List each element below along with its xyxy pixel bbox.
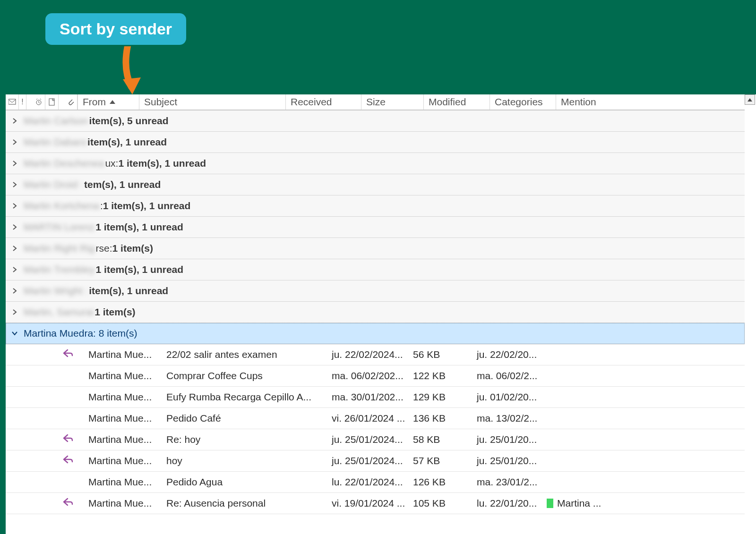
- annotation-text: Sort by sender: [60, 20, 172, 38]
- message-from: Martina Mue...: [88, 455, 166, 466]
- message-size: 129 KB: [413, 391, 477, 403]
- chevron-right-icon: [11, 181, 20, 188]
- message-from: Martina Mue...: [88, 434, 166, 445]
- column-attachment-icon[interactable]: [64, 94, 77, 110]
- email-list-window: ! From Subject Received Size Modified Ca: [6, 94, 756, 534]
- column-header-subject[interactable]: Subject: [139, 94, 285, 110]
- message-modified: ju. 22/02/20...: [477, 349, 547, 360]
- group-row[interactable]: MARTIN Lorenz1 item(s), 1 unread: [6, 217, 745, 238]
- chevron-right-icon: [11, 224, 20, 230]
- group-count: 1 item(s), 1 unread: [103, 200, 191, 212]
- message-modified: ma. 13/02/2...: [477, 413, 547, 424]
- group-sender-blurred: Martin Kortchena: [24, 200, 99, 212]
- annotation-callout: Sort by sender: [45, 13, 186, 45]
- column-header-size[interactable]: Size: [361, 94, 423, 110]
- chevron-right-icon: [11, 139, 20, 145]
- column-header-modified-label: Modified: [429, 96, 466, 108]
- column-header-received-label: Received: [291, 96, 332, 108]
- column-envelope-icon[interactable]: [6, 94, 19, 110]
- message-from: Martina Mue...: [88, 391, 166, 403]
- chevron-right-icon: [11, 266, 20, 273]
- group-title: Martina Muedra: 8 item(s): [24, 328, 137, 339]
- message-from: Martina Mue...: [88, 476, 166, 488]
- category-swatch: [547, 499, 553, 508]
- message-row[interactable]: Martina Mue...Re: Ausencia personalvi. 1…: [6, 493, 745, 514]
- column-header-subject-label: Subject: [144, 96, 177, 108]
- group-row[interactable]: Martin, Samurai1 item(s): [6, 302, 745, 323]
- group-suffix: rse:: [96, 243, 112, 254]
- message-modified: ma. 23/01/2...: [477, 476, 547, 488]
- column-header-categories[interactable]: Categories: [490, 94, 556, 110]
- chevron-right-icon: [11, 245, 20, 252]
- group-row[interactable]: Martin Descheneaux: 1 item(s), 1 unread: [6, 153, 745, 174]
- column-header-received[interactable]: Received: [285, 94, 361, 110]
- message-received: vi. 19/01/2024 ...: [332, 498, 413, 509]
- group-row[interactable]: Martin Carlsonitem(s), 5 unread: [6, 110, 745, 132]
- message-subject: Pedido Café: [166, 413, 332, 424]
- message-row[interactable]: Martina Mue...Eufy Rumba Recarga Cepillo…: [6, 387, 745, 408]
- reply-cell: [6, 433, 88, 446]
- group-row[interactable]: Martin Wright :item(s), 1 unread: [6, 280, 745, 302]
- group-sender-blurred: Martin Trembley: [24, 264, 95, 275]
- group-suffix: ux:: [105, 158, 118, 169]
- column-icon-icon[interactable]: [45, 94, 59, 110]
- chevron-right-icon: [11, 118, 20, 124]
- column-header-modified[interactable]: Modified: [423, 94, 490, 110]
- scroll-up-button[interactable]: [745, 94, 755, 105]
- reply-icon: [62, 497, 74, 510]
- column-reminder-icon[interactable]: [32, 94, 45, 110]
- message-modified: ma. 06/02/2...: [477, 370, 547, 381]
- reply-icon: [62, 433, 74, 446]
- message-subject: Eufy Rumba Recarga Cepillo A...: [166, 391, 332, 403]
- message-received: ju. 25/01/2024...: [332, 434, 413, 445]
- group-sender-blurred: Martin Droid :: [24, 179, 83, 190]
- message-subject: Comprar Coffee Cups: [166, 370, 332, 381]
- column-header-mention[interactable]: Mention: [556, 94, 650, 110]
- reply-icon: [62, 348, 74, 361]
- group-sender-blurred: Martin Wright :: [24, 285, 88, 297]
- column-spacer: [26, 94, 32, 110]
- reply-cell: [6, 454, 88, 467]
- column-header-mention-label: Mention: [561, 96, 596, 108]
- reply-cell: [6, 497, 88, 510]
- message-size: 105 KB: [413, 498, 477, 509]
- message-row[interactable]: Martina Mue...Comprar Coffee Cupsma. 06/…: [6, 365, 745, 387]
- message-size: 136 KB: [413, 413, 477, 424]
- group-row[interactable]: Martin Kortchena: 1 item(s), 1 unread: [6, 195, 745, 217]
- group-sender-blurred: Martin Dabaro: [24, 136, 86, 148]
- group-count: 1 item(s), 1 unread: [95, 221, 183, 233]
- message-size: 122 KB: [413, 370, 477, 381]
- group-count: 1 item(s), 1 unread: [96, 264, 184, 275]
- reply-cell: [6, 348, 88, 361]
- group-row[interactable]: Martin Right Rigrse: 1 item(s): [6, 238, 745, 259]
- message-row[interactable]: Martina Mue...22/02 salir antes examenju…: [6, 344, 745, 365]
- column-header-from-label: From: [83, 96, 106, 108]
- group-count: item(s), 1 unread: [89, 285, 168, 297]
- messages-list: Martina Mue...22/02 salir antes examenju…: [6, 344, 745, 514]
- group-row[interactable]: Martin Dabaroitem(s), 1 unread: [6, 132, 745, 153]
- message-received: ma. 30/01/202...: [332, 391, 413, 403]
- group-count: 1 item(s): [112, 243, 153, 254]
- group-count: 1 item(s): [94, 306, 135, 318]
- message-subject: Re: Ausencia personal: [166, 498, 332, 509]
- message-modified: ju. 25/01/20...: [477, 434, 547, 445]
- message-row[interactable]: Martina Mue...Pedido Cafévi. 26/01/2024 …: [6, 408, 745, 429]
- group-row-selected[interactable]: Martina Muedra: 8 item(s): [6, 323, 745, 344]
- message-modified: ju. 01/02/20...: [477, 391, 547, 403]
- group-count: item(s), 1 unread: [87, 136, 167, 148]
- message-row[interactable]: Martina Mue...Pedido Agualu. 22/01/2024.…: [6, 472, 745, 493]
- annotation-arrow-icon: [109, 46, 146, 103]
- column-spacer: [59, 94, 64, 110]
- message-subject: hoy: [166, 455, 332, 466]
- group-row[interactable]: Martin Droid :tem(s), 1 unread: [6, 174, 745, 195]
- group-count: item(s), 5 unread: [89, 115, 169, 127]
- group-row[interactable]: Martin Trembley1 item(s), 1 unread: [6, 259, 745, 280]
- message-row[interactable]: Martina Mue...hoyju. 25/01/2024...57 KBj…: [6, 450, 745, 472]
- group-count: 1 item(s), 1 unread: [118, 158, 206, 169]
- message-from: Martina Mue...: [88, 349, 166, 360]
- message-size: 58 KB: [413, 434, 477, 445]
- group-sender-blurred: Martin Deschenea: [24, 158, 104, 169]
- message-row[interactable]: Martina Mue...Re: hoyju. 25/01/2024...58…: [6, 429, 745, 450]
- category-label: Martina ...: [557, 498, 601, 509]
- column-importance-icon[interactable]: !: [19, 94, 26, 110]
